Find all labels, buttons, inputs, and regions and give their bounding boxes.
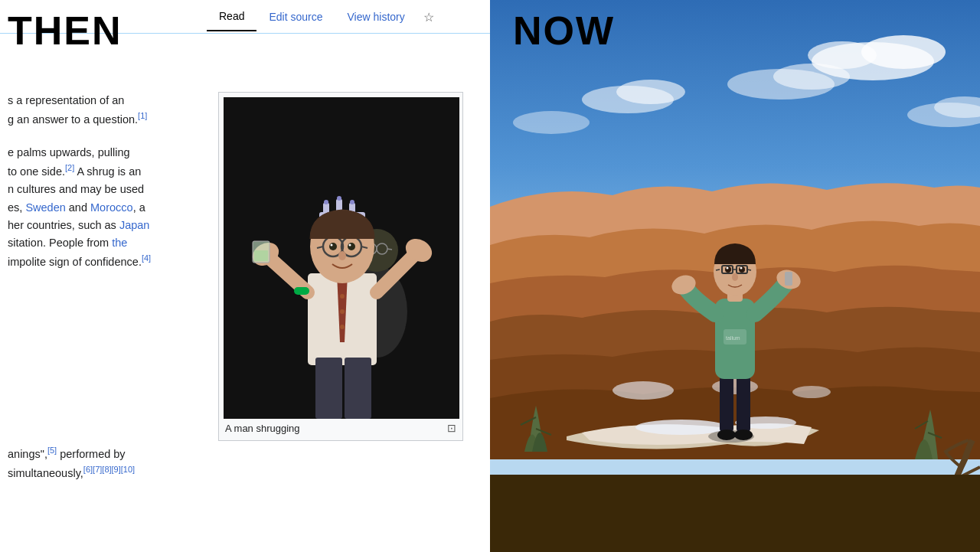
svg-rect-19 xyxy=(254,250,268,261)
then-label: THEN xyxy=(8,8,122,54)
svg-point-77 xyxy=(740,267,743,269)
svg-text:tallum: tallum xyxy=(726,335,740,341)
caption-text: A man shrugging xyxy=(225,423,300,434)
svg-rect-71 xyxy=(785,272,792,286)
svg-rect-40 xyxy=(315,358,342,419)
svg-rect-62 xyxy=(490,475,980,552)
svg-line-6 xyxy=(387,249,392,250)
svg-point-53 xyxy=(612,381,674,400)
svg-point-38 xyxy=(338,251,346,260)
now-label: NOW xyxy=(513,8,615,54)
svg-point-26 xyxy=(337,196,341,201)
expand-icon[interactable]: ⊡ xyxy=(447,422,456,434)
wiki-bottom-text: anings",[5] performed by simultaneously,… xyxy=(0,444,214,482)
wiki-paragraph-2: e palms upwards, pulling to one side.[2]… xyxy=(8,144,214,271)
svg-point-34 xyxy=(329,243,337,250)
svg-point-36 xyxy=(331,244,333,247)
svg-rect-22 xyxy=(323,203,329,214)
left-panel: THEN Read Edit source View history ☆ s a… xyxy=(0,0,490,552)
svg-point-35 xyxy=(348,243,355,250)
tab-view-history[interactable]: View history xyxy=(335,3,417,31)
wiki-image-box: CAMPER xyxy=(218,92,463,441)
link-japan[interactable]: Japan xyxy=(119,219,150,231)
svg-point-10 xyxy=(340,294,345,299)
link-sweden[interactable]: Sweden xyxy=(25,201,65,214)
svg-point-52 xyxy=(513,111,590,134)
wiki-image: CAMPER xyxy=(224,97,459,419)
svg-point-47 xyxy=(616,80,685,104)
tab-edit-source[interactable]: Edit source xyxy=(256,3,335,31)
svg-point-11 xyxy=(340,309,345,314)
ref-5[interactable]: [5] xyxy=(47,446,57,455)
right-panel: NOW xyxy=(490,0,980,552)
svg-rect-39 xyxy=(294,287,309,295)
svg-rect-65 xyxy=(737,375,750,433)
grand-canyon-scene: tallum xyxy=(490,0,980,552)
svg-point-37 xyxy=(349,244,351,247)
ref-1[interactable]: [1] xyxy=(138,111,147,120)
svg-point-83 xyxy=(732,273,738,281)
svg-point-67 xyxy=(734,430,753,440)
svg-line-81 xyxy=(747,269,751,270)
svg-point-49 xyxy=(773,64,850,90)
svg-point-27 xyxy=(350,200,354,204)
link-morocco[interactable]: Morocco xyxy=(90,201,133,214)
svg-rect-64 xyxy=(720,375,733,433)
wiki-tabs: Read Edit source View history ☆ xyxy=(207,0,440,34)
svg-point-54 xyxy=(712,379,758,394)
svg-point-55 xyxy=(792,386,831,398)
svg-point-25 xyxy=(324,200,328,204)
wiki-image-caption: A man shrugging ⊡ xyxy=(224,419,458,436)
shrug-image-svg: CAMPER xyxy=(224,97,459,419)
svg-point-66 xyxy=(717,430,736,440)
svg-rect-41 xyxy=(345,358,371,419)
wiki-paragraph-1: s a representation of an g an answer to … xyxy=(8,92,214,129)
tab-read[interactable]: Read xyxy=(207,2,256,31)
ref-6-10[interactable]: [6][7][8][9][10] xyxy=(83,465,135,474)
watchlist-star-icon[interactable]: ☆ xyxy=(417,2,440,32)
wiki-text-content: s a representation of an g an answer to … xyxy=(0,92,214,286)
link-the[interactable]: the xyxy=(112,237,127,249)
ref-2[interactable]: [2] xyxy=(65,163,74,172)
ref-4[interactable]: [4] xyxy=(142,253,151,263)
svg-point-12 xyxy=(340,325,345,329)
svg-line-80 xyxy=(716,269,720,270)
wiki-paragraph-3: anings",[5] performed by simultaneously,… xyxy=(8,444,214,482)
svg-point-76 xyxy=(727,267,729,269)
